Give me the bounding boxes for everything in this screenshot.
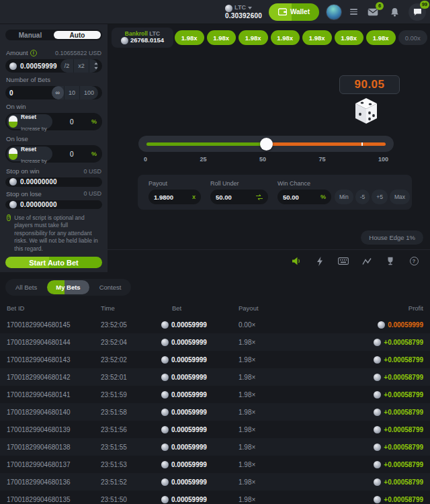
swap-icon[interactable] (256, 194, 263, 200)
table-row[interactable]: 17001829904680137 23:51:53 0.00059999 1.… (0, 456, 430, 473)
cycle-amount-button[interactable] (89, 59, 98, 73)
multiplier-pill[interactable]: 1.98x (366, 30, 396, 45)
bet-profit: +0.00058799 (326, 426, 423, 433)
stop-on-lose-input[interactable]: 0.00000000 (5, 200, 102, 209)
table-row[interactable]: 17001829904680143 23:52:02 0.00059999 1.… (0, 351, 430, 368)
bets-tabs: All BetsMy BetsContest (5, 279, 131, 296)
mail-badge: 6 (376, 2, 384, 10)
roll-under-label: Roll Under (210, 180, 268, 187)
col-bet-id: Bet ID (7, 304, 101, 312)
bet-payout: 1.98× (239, 461, 326, 468)
bet-payout: 1.98× (239, 444, 326, 451)
bets-tab[interactable]: My Bets (47, 280, 89, 294)
on-win-toggle[interactable]: Reset Increase by (7, 114, 52, 129)
fairness-button[interactable] (385, 256, 396, 267)
hotkeys-button[interactable] (338, 256, 349, 267)
multiplier-pill[interactable]: 1.98x (175, 30, 204, 45)
info-icon: i (30, 50, 37, 56)
script-disclaimer: ? Use of script is optional and players … (7, 214, 101, 253)
win-chance-step-button[interactable]: +5 (372, 190, 388, 204)
bet-amount: 0.00059999 (161, 409, 239, 416)
bet-amount: 0.00059999 (161, 374, 239, 381)
percent-suffix: % (320, 194, 326, 200)
table-row[interactable]: 17001829904680142 23:52:01 0.00059999 1.… (0, 368, 430, 386)
payout-label: Payout (148, 180, 201, 187)
number-of-bets-input[interactable]: 0 ∞ 10 100 (5, 86, 102, 99)
tab-auto[interactable]: Auto (54, 31, 101, 39)
wallet-button[interactable]: Wallet (269, 3, 319, 21)
slider-handle[interactable] (260, 138, 273, 151)
multiplier-pill[interactable]: 0.00x (398, 30, 428, 45)
bet-amount: 0.00059999 (161, 461, 239, 468)
table-row[interactable]: 17001829904680140 23:51:58 0.00059999 1.… (0, 403, 430, 421)
win-chance-step-button[interactable]: -5 (355, 190, 370, 204)
multiplier-pill[interactable]: 1.98x (335, 30, 364, 45)
table-row[interactable]: 17001829904680136 23:51:52 0.00059999 1.… (0, 473, 430, 491)
multiplier-pill[interactable]: 1.98x (271, 30, 300, 45)
on-win-label: On win (6, 103, 26, 110)
bet-profit: +0.00058799 (326, 461, 423, 468)
bet-time: 23:51:53 (101, 461, 161, 468)
sound-button[interactable] (291, 256, 302, 267)
bet-profit: +0.00058799 (326, 478, 423, 486)
scale-label: 75 (318, 156, 325, 163)
multiplier-pill[interactable]: 1.98x (302, 30, 332, 45)
bets-100-button[interactable]: 100 (79, 86, 98, 99)
multiplier-pill[interactable]: 1.98x (207, 30, 236, 45)
chat-button[interactable]: 99 (408, 3, 426, 21)
table-row[interactable]: 17001829904680139 23:51:56 0.00059999 1.… (0, 421, 430, 438)
bets-tab[interactable]: All Bets (7, 280, 46, 294)
bet-time: 23:52:05 (101, 321, 161, 329)
double-amount-button[interactable]: x2 (73, 59, 89, 73)
turbo-button[interactable] (314, 256, 325, 267)
table-row[interactable]: 17001829904680145 23:52:05 0.00059999 0.… (0, 316, 430, 333)
infinity-bets-button[interactable]: ∞ (52, 86, 64, 99)
bet-payout: 1.98× (239, 426, 326, 433)
half-amount-button[interactable]: /2 (60, 59, 74, 73)
start-auto-bet-button[interactable]: Start Auto Bet (5, 257, 102, 268)
menu-icon[interactable] (349, 7, 359, 16)
ltc-coin-icon (161, 426, 169, 433)
bet-payout: 1.98× (239, 478, 326, 486)
on-win-value[interactable]: 0 (52, 118, 91, 126)
amount-input[interactable]: 0.00059999 /2 x2 (5, 59, 102, 73)
currency-selector[interactable]: LTC 0.30392600 (225, 5, 262, 19)
on-lose-label: On lose (6, 135, 28, 142)
increase-by-label: Increase by (21, 158, 47, 164)
bet-time: 23:51:56 (101, 426, 161, 433)
currency-code: LTC (234, 5, 246, 11)
roll-slider[interactable] (138, 136, 394, 152)
table-row[interactable]: 17001829904680144 23:52:04 0.00059999 1.… (0, 333, 430, 351)
ltc-coin-icon (374, 496, 381, 503)
payout-input[interactable]: 1.9800 x (148, 190, 201, 204)
win-chance-input[interactable]: 50.00 % (277, 190, 331, 204)
win-chance-step-button[interactable]: Max (390, 190, 410, 204)
toggle-icon (9, 116, 17, 128)
tab-manual[interactable]: Manual (7, 31, 54, 39)
ltc-coin-icon (161, 444, 169, 451)
stop-on-win-input[interactable]: 0.00000000 (5, 177, 102, 186)
help-button[interactable]: ? (408, 256, 419, 267)
roll-under-input[interactable]: 50.00 (210, 190, 268, 204)
notifications-button[interactable] (387, 5, 402, 19)
multiplier-pill[interactable]: 1.98x (239, 30, 268, 45)
table-row[interactable]: 17001829904680138 23:51:55 0.00059999 1.… (0, 438, 430, 456)
on-lose-value[interactable]: 0 (52, 151, 91, 158)
live-stats-button[interactable] (361, 256, 372, 267)
amount-label: Amounti (6, 49, 37, 56)
reset-label: Reset (21, 146, 36, 153)
bets-tab[interactable]: Contest (91, 280, 130, 294)
bets-table-header: Bet ID Time Bet Payout Profit (0, 300, 430, 316)
on-lose-toggle[interactable]: Reset Increase by (7, 146, 52, 161)
avatar[interactable] (326, 4, 342, 20)
top-bar: LTC 0.30392600 Wallet 6 99 (0, 0, 430, 24)
table-row[interactable]: 17001829904680141 23:51:59 0.00059999 1.… (0, 386, 430, 403)
mail-button[interactable]: 6 (366, 5, 380, 19)
percent-suffix: % (91, 118, 101, 125)
bet-profit: +0.00058799 (326, 391, 423, 398)
bets-10-button[interactable]: 10 (64, 86, 79, 99)
win-chance-step-button[interactable]: Min (335, 190, 353, 204)
table-row[interactable]: 17001829904680135 23:51:50 0.00059999 1.… (0, 491, 430, 504)
bet-profit: 0.00059999 (326, 321, 423, 329)
bet-amount: 0.00059999 (161, 496, 239, 503)
